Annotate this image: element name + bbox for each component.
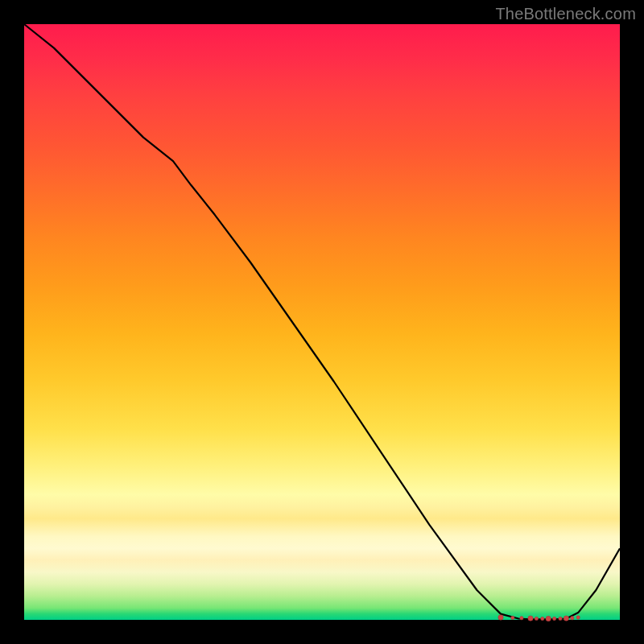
sweetspot-marker xyxy=(541,617,544,620)
sweetspot-marker xyxy=(576,616,580,619)
sweetspot-marker xyxy=(511,616,514,619)
sweetspot-marker xyxy=(528,616,533,621)
sweetspot-marker xyxy=(552,617,555,620)
sweetspot-marker xyxy=(520,617,523,620)
sweetspot-marker xyxy=(535,617,538,620)
sweetspot-marker xyxy=(546,616,551,621)
watermark-text: TheBottleneck.com xyxy=(495,5,636,23)
chart-stage: TheBottleneck.com xyxy=(0,0,644,644)
sweetspot-marker xyxy=(564,616,568,621)
bottleneck-curve xyxy=(24,24,620,619)
curve-layer xyxy=(24,24,620,620)
plot-area xyxy=(24,24,620,620)
sweetspot-marker xyxy=(559,617,562,620)
sweetspot-marker xyxy=(571,617,574,620)
sweetspot-marker xyxy=(498,615,503,620)
